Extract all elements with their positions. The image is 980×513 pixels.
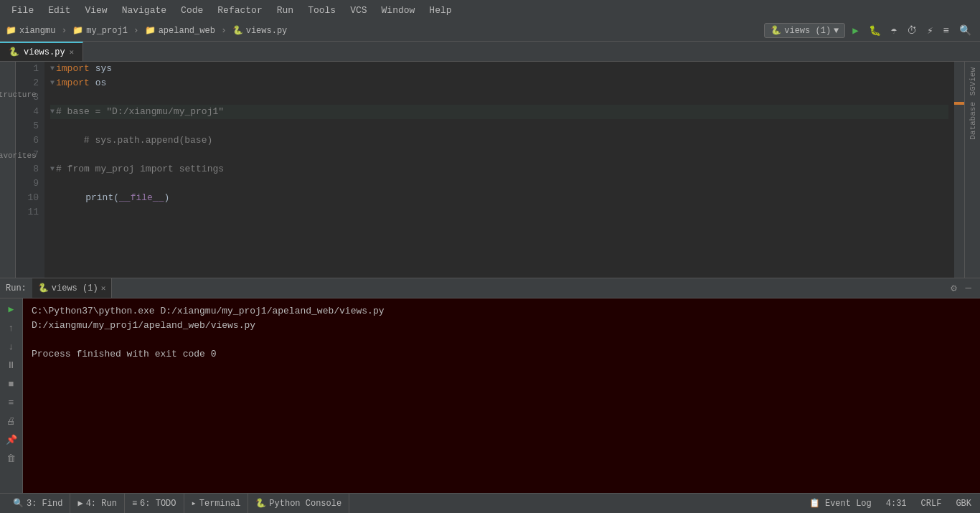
folder-icon: 📁	[6, 25, 17, 36]
run-config-dropdown[interactable]: 🐍 views (1) ▼	[764, 23, 845, 38]
editor-area[interactable]: 1 2 3 4 5 6 7 8 9 10 11 ▼ import sys ▼ i…	[16, 62, 954, 278]
database-label[interactable]: Database	[967, 99, 979, 143]
position-item[interactable]: 4:31	[883, 499, 910, 509]
encoding-label: GBK	[956, 499, 971, 509]
status-tab-python-console[interactable]: 🐍 Python Console	[248, 494, 349, 513]
rerun-button[interactable]: ▶	[4, 301, 19, 317]
code-editor[interactable]: ▼ import sys ▼ import os ▼ # base = "D:/…	[44, 62, 954, 278]
code-line-4: ▼ # base = "D:/xiangmu/my_proj1"	[50, 105, 948, 119]
output-blank	[32, 333, 971, 347]
line-ending-label: CRLF	[921, 499, 942, 509]
python-run-icon: 🐍	[38, 283, 49, 293]
module-sys: sys	[90, 62, 112, 76]
more-button[interactable]: ≡	[941, 24, 952, 38]
line-num-5: 5	[22, 119, 39, 133]
run-tab-views[interactable]: 🐍 views (1) ✕	[32, 278, 112, 298]
run-config-label: views (1)	[784, 26, 831, 36]
todo-tab-label: 6: TODO	[140, 499, 176, 509]
event-log-item[interactable]: 📋 Event Log	[806, 498, 875, 509]
sidebar-favorites[interactable]: 2: Favorites	[0, 150, 37, 161]
encoding-item[interactable]: GBK	[953, 499, 974, 509]
menu-file[interactable]: File	[6, 2, 39, 19]
status-bar: 🔍 3: Find ▶ 4: Run ≡ 6: TODO ▸ Terminal …	[0, 493, 980, 513]
right-panel: SGView Database	[964, 62, 980, 278]
menu-help[interactable]: Help	[423, 2, 457, 19]
play-icon: ▶	[77, 498, 83, 509]
tab-views-py[interactable]: 🐍 views.py ✕	[0, 42, 83, 61]
menu-run[interactable]: Run	[271, 2, 299, 19]
debug-button[interactable]: 🐛	[866, 23, 884, 38]
dump-threads-button[interactable]: ≡	[4, 395, 19, 410]
run-panel-header: Run: 🐍 views (1) ✕ ⚙ —	[0, 278, 980, 298]
comment-8: # from my_proj import settings	[56, 162, 224, 177]
breadcrumb-my-proj1[interactable]: 📁 my_proj1	[72, 25, 128, 36]
status-tab-find[interactable]: 🔍 3: Find	[6, 494, 70, 513]
breadcrumb-apeland-web[interactable]: 📁 apeland_web	[145, 25, 215, 36]
find-tab-label: 3: Find	[27, 499, 62, 509]
run-output: C:\Python37\python.exe D:/xiangmu/my_pro…	[23, 298, 980, 493]
status-tab-todo[interactable]: ≡ 6: TODO	[125, 494, 184, 513]
menu-code[interactable]: Code	[175, 2, 209, 19]
status-tab-terminal[interactable]: ▸ Terminal	[184, 494, 249, 513]
menu-view[interactable]: View	[79, 2, 113, 19]
python-file-icon: 🐍	[232, 25, 243, 36]
menu-vcs[interactable]: VCS	[344, 2, 372, 19]
code-line-10: print ( __file__ )	[50, 191, 948, 205]
sgview-label[interactable]: SGView	[967, 65, 979, 99]
python-console-label: Python Console	[269, 499, 341, 509]
run-left-tools: ▶ ↑ ↓ ⏸ ■ ≡ 🖨 📌 🗑	[0, 298, 23, 493]
search-button[interactable]: 🔍	[956, 23, 974, 38]
scroll-down-button[interactable]: ↓	[4, 339, 19, 354]
run-config-icon: 🐍	[771, 25, 781, 36]
tab-close-button[interactable]: ✕	[70, 47, 75, 57]
run-tab-label: views (1)	[52, 283, 98, 293]
menu-navigate[interactable]: Navigate	[116, 2, 172, 19]
comment-6: # sys.path.append(base)	[62, 133, 213, 148]
code-line-7	[50, 148, 948, 162]
breadcrumb-label: views.py	[246, 26, 288, 36]
python-console-icon: 🐍	[255, 498, 266, 509]
menu-tools[interactable]: Tools	[302, 2, 341, 19]
coverage-button[interactable]: ☂	[888, 23, 900, 38]
menu-edit[interactable]: Edit	[42, 2, 76, 19]
status-tab-run[interactable]: ▶ 4: Run	[70, 494, 124, 513]
pin-button[interactable]: 📌	[4, 432, 19, 448]
left-sidebar: 1: Structure 2: Favorites	[0, 62, 16, 278]
run-tab-status-label: 4: Run	[86, 499, 117, 509]
fold-icon-8[interactable]: ▼	[50, 162, 55, 177]
stop-button[interactable]: ■	[4, 376, 19, 392]
menu-bar: File Edit View Navigate Code Refactor Ru…	[0, 0, 980, 20]
gutter-marker	[954, 102, 964, 105]
settings-panel-btn[interactable]: ⚙	[948, 281, 959, 296]
line-num-1: 1	[22, 62, 39, 76]
print-button[interactable]: 🖨	[4, 413, 19, 429]
list-icon: ≡	[132, 499, 137, 509]
status-right: 📋 Event Log 4:31 CRLF GBK	[806, 498, 974, 509]
concurrency-button[interactable]: ⚡	[924, 23, 936, 38]
run-panel-body: ▶ ↑ ↓ ⏸ ■ ≡ 🖨 📌 🗑 C:\Python37\python.exe…	[0, 298, 980, 493]
breadcrumb-xiangmu[interactable]: 📁 xiangmu	[6, 25, 55, 36]
line-num-10: 10	[22, 191, 39, 205]
close-panel-btn[interactable]: —	[963, 281, 974, 296]
paren-open: (	[113, 191, 119, 205]
run-button[interactable]: ▶	[849, 23, 861, 38]
event-log-label: Event Log	[825, 499, 872, 509]
fold-icon-4[interactable]: ▼	[50, 105, 55, 119]
fold-icon-1[interactable]: ▼	[50, 62, 55, 76]
menu-window[interactable]: Window	[376, 2, 421, 19]
fold-icon-2[interactable]: ▼	[50, 76, 55, 90]
scroll-up-button[interactable]: ↑	[4, 320, 19, 336]
line-ending-item[interactable]: CRLF	[918, 499, 945, 509]
clear-button[interactable]: 🗑	[4, 451, 19, 466]
profile-button[interactable]: ⏱	[904, 24, 920, 38]
run-tab-close[interactable]: ✕	[101, 283, 106, 293]
breadcrumb-views-py[interactable]: 🐍 views.py	[232, 25, 288, 36]
menu-refactor[interactable]: Refactor	[212, 2, 268, 19]
pause-button[interactable]: ⏸	[4, 357, 19, 373]
code-line-11	[50, 205, 948, 220]
spaces-10	[63, 191, 85, 205]
sidebar-structure[interactable]: 1: Structure	[0, 89, 37, 100]
terminal-tab-label: Terminal	[199, 499, 241, 509]
breadcrumb-sep-1: ›	[61, 25, 67, 36]
run-panel: Run: 🐍 views (1) ✕ ⚙ — ▶ ↑ ↓ ⏸ ■ ≡ 🖨 📌 🗑…	[0, 278, 980, 493]
